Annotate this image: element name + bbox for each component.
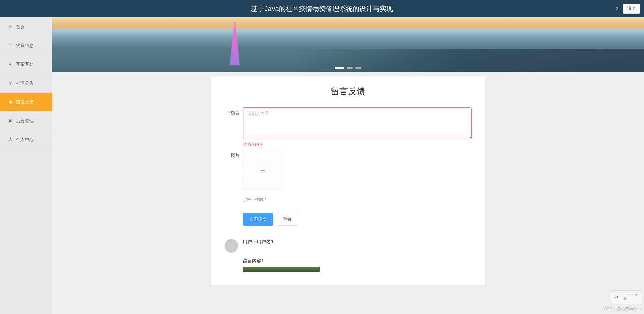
user-icon: 人 xyxy=(8,137,13,143)
carousel-indicators xyxy=(335,67,361,69)
sidebar-item-label: 留言反馈 xyxy=(16,99,34,105)
sidebar-item-label: 社区公告 xyxy=(16,80,34,86)
carousel-dot[interactable] xyxy=(347,67,353,69)
form-buttons: 立即提交 重置 xyxy=(243,213,472,226)
sidebar: ☆ 首页 🗀 物资信息 ● 互帮互助 ? 社区公告 ◉ 留言反馈 ▣ 后台管理 … xyxy=(0,17,52,314)
form-row-message: *留言 请输入内容 xyxy=(225,107,472,147)
sidebar-item-announcement[interactable]: ? 社区公告 xyxy=(0,74,52,93)
avatar xyxy=(225,239,238,253)
sidebar-item-home[interactable]: ☆ 首页 xyxy=(0,17,52,36)
grid-icon: ▣ xyxy=(8,118,13,123)
carousel-dot[interactable] xyxy=(335,67,344,69)
ime-decoration-icon xyxy=(622,292,639,301)
message-label: *留言 xyxy=(225,107,243,147)
banner-image xyxy=(52,17,644,72)
message-textarea[interactable] xyxy=(243,107,472,139)
reset-button[interactable]: 重置 xyxy=(277,213,298,226)
header-count: 2 xyxy=(616,6,618,11)
sidebar-item-label: 首页 xyxy=(16,24,25,30)
main-content: 留言反馈 *留言 请输入内容 图片 + xyxy=(52,17,644,314)
comment-content: 留言内容1 xyxy=(243,258,472,264)
sidebar-item-label: 后台管理 xyxy=(16,118,34,124)
bag-icon: 🗀 xyxy=(8,43,13,48)
svg-point-1 xyxy=(635,294,637,296)
feedback-card: 留言反馈 *留言 请输入内容 图片 + xyxy=(211,76,485,285)
sidebar-item-profile[interactable]: 人 个人中心 xyxy=(0,130,52,149)
form-row-image: 图片 + 点击上传图片 xyxy=(225,150,472,203)
ime-lang: 中 xyxy=(613,294,621,300)
comment-user: 用户：用户名1 xyxy=(243,239,472,245)
message-error: 请输入内容 xyxy=(243,142,472,147)
star-icon: ☆ xyxy=(8,24,13,29)
page-title: 基于Java的社区疫情物资管理系统的设计与实现 xyxy=(251,4,393,13)
carousel-dot[interactable] xyxy=(355,67,361,69)
comment-item: 用户：用户名1 留言内容1 xyxy=(225,239,472,272)
sidebar-item-label: 个人中心 xyxy=(16,137,34,143)
sidebar-item-feedback[interactable]: ◉ 留言反馈 xyxy=(0,93,52,111)
ime-widget[interactable]: 中 xyxy=(611,290,641,304)
sidebar-item-label: 互帮互助 xyxy=(16,61,34,68)
required-mark: * xyxy=(228,110,230,115)
sidebar-item-help[interactable]: ● 互帮互助 xyxy=(0,55,52,74)
target-icon: ◉ xyxy=(8,99,13,104)
sidebar-item-supplies[interactable]: 🗀 物资信息 xyxy=(0,36,52,55)
upload-hint: 点击上传图片 xyxy=(243,197,472,203)
watermark: CSDN @小蔡coding xyxy=(604,306,641,312)
plus-icon: + xyxy=(260,165,265,176)
question-icon: ? xyxy=(8,81,13,86)
sidebar-item-label: 物资信息 xyxy=(16,43,34,49)
card-title: 留言反馈 xyxy=(225,86,472,97)
svg-point-0 xyxy=(624,297,626,300)
logout-button[interactable]: 退出 xyxy=(623,4,640,14)
info-icon: ● xyxy=(8,62,13,67)
sidebar-item-admin[interactable]: ▣ 后台管理 xyxy=(0,111,52,130)
image-label: 图片 xyxy=(225,150,243,203)
banner-carousel[interactable] xyxy=(52,17,644,72)
app-header: 基于Java的社区疫情物资管理系统的设计与实现 2 退出 xyxy=(0,0,644,17)
submit-button[interactable]: 立即提交 xyxy=(243,213,273,226)
comment-image xyxy=(243,267,320,272)
image-upload[interactable]: + xyxy=(243,150,283,190)
header-right: 2 退出 xyxy=(616,4,640,14)
